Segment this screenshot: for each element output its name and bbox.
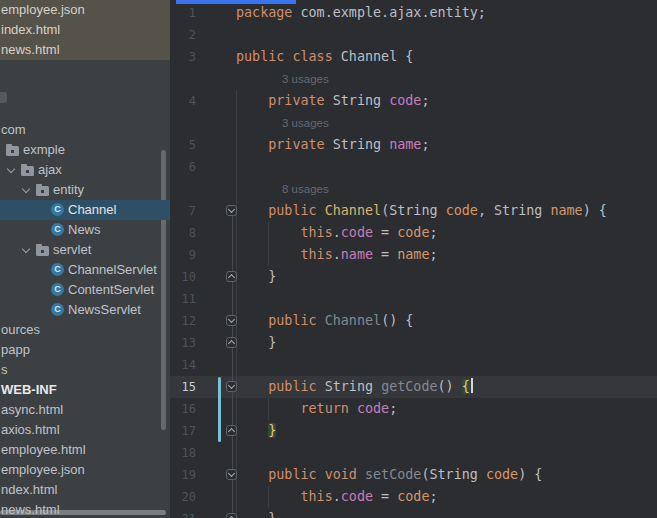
tree-item-ContentServlet[interactable]: CContentServlet bbox=[0, 280, 170, 300]
tree-item-label: index.html bbox=[1, 20, 60, 40]
tree-item-employee.json[interactable]: employee.json bbox=[0, 0, 170, 20]
line-number[interactable]: 3 bbox=[172, 46, 196, 68]
code-line[interactable]: 7 public Channel(String code, String nam… bbox=[170, 200, 657, 222]
tree-item-s[interactable]: s bbox=[0, 360, 170, 380]
code-line[interactable]: 9 this.name = name; bbox=[170, 244, 657, 266]
tree-item-exmple[interactable]: exmple bbox=[0, 140, 170, 160]
line-number[interactable]: 2 bbox=[172, 24, 196, 46]
tree-item-label: ndex.html bbox=[1, 480, 57, 500]
tree-item-label: News bbox=[68, 220, 101, 240]
tree-item-label: papp bbox=[1, 340, 30, 360]
folder-icon bbox=[36, 246, 49, 256]
line-number[interactable]: 18 bbox=[172, 442, 196, 464]
code-line[interactable]: 14 bbox=[170, 354, 657, 376]
code-line[interactable]: 13 } bbox=[170, 332, 657, 354]
tree-item-label: com bbox=[1, 120, 26, 140]
line-number[interactable]: 6 bbox=[172, 156, 196, 178]
code-line[interactable]: 12 public Channel() { bbox=[170, 310, 657, 332]
inlay-hint-row: 8 usages bbox=[170, 178, 657, 200]
code-text: return code; bbox=[236, 398, 397, 420]
code-line[interactable]: 21 } bbox=[170, 508, 657, 518]
code-text: } bbox=[236, 508, 276, 518]
code-line[interactable]: 10 } bbox=[170, 266, 657, 288]
code-line[interactable]: 11 bbox=[170, 288, 657, 310]
line-number[interactable]: 9 bbox=[172, 244, 196, 266]
tree-item-ChannelServlet[interactable]: CChannelServlet bbox=[0, 260, 170, 280]
tree-item-label: axios.html bbox=[1, 420, 60, 440]
line-number[interactable]: 12 bbox=[172, 310, 196, 332]
line-number[interactable]: 17 bbox=[172, 420, 196, 442]
class-icon: C bbox=[51, 263, 64, 276]
tree-item-News[interactable]: CNews bbox=[0, 220, 170, 240]
code-text: public class Channel { bbox=[236, 46, 413, 68]
line-number[interactable]: 11 bbox=[172, 288, 196, 310]
code-line[interactable]: 4 private String code; bbox=[170, 90, 657, 112]
tree-item-news.html[interactable]: news.html bbox=[0, 500, 170, 518]
line-number[interactable]: 15 bbox=[172, 376, 196, 398]
tree-item-servlet[interactable]: servlet bbox=[0, 240, 170, 260]
tree-item-news.html[interactable]: news.html bbox=[0, 40, 170, 60]
line-number[interactable]: 20 bbox=[172, 486, 196, 508]
code-text: } bbox=[236, 266, 276, 288]
chevron-down-icon[interactable] bbox=[7, 166, 16, 175]
line-number[interactable]: 8 bbox=[172, 222, 196, 244]
tree-item-ajax[interactable]: ajax bbox=[0, 160, 170, 180]
chevron-down-icon[interactable] bbox=[22, 246, 31, 255]
usages-inlay-hint[interactable]: 3 usages bbox=[282, 68, 329, 90]
tree-item-label: entity bbox=[53, 180, 84, 200]
tree-item-ources[interactable]: ources bbox=[0, 320, 170, 340]
code-line[interactable]: 18 bbox=[170, 442, 657, 464]
usages-inlay-hint[interactable]: 3 usages bbox=[282, 112, 329, 134]
code-line[interactable]: 3public class Channel { bbox=[170, 46, 657, 68]
tree-item-label: NewsServlet bbox=[68, 300, 141, 320]
code-text: public Channel() { bbox=[236, 310, 413, 332]
code-text: public String getCode() { bbox=[236, 376, 473, 398]
line-number[interactable]: 7 bbox=[172, 200, 196, 222]
code-text: package com.exmple.ajax.entity; bbox=[236, 2, 486, 24]
tree-item-NewsServlet[interactable]: CNewsServlet bbox=[0, 300, 170, 320]
tree-item-entity[interactable]: entity bbox=[0, 180, 170, 200]
code-text: this.code = code; bbox=[236, 222, 438, 244]
code-line[interactable]: 6 bbox=[170, 156, 657, 178]
line-number[interactable]: 19 bbox=[172, 464, 196, 486]
tree-item-index.html[interactable]: index.html bbox=[0, 20, 170, 40]
code-line[interactable]: 15 public String getCode() { bbox=[170, 376, 657, 398]
line-number[interactable]: 4 bbox=[172, 90, 196, 112]
line-number[interactable]: 13 bbox=[172, 332, 196, 354]
code-line[interactable]: 1package com.exmple.ajax.entity; bbox=[170, 2, 657, 24]
line-number[interactable]: 14 bbox=[172, 354, 196, 376]
code-line[interactable]: 8 this.code = code; bbox=[170, 222, 657, 244]
code-line[interactable]: 2 bbox=[170, 24, 657, 46]
class-icon: C bbox=[51, 223, 64, 236]
tree-item-label: news.html bbox=[1, 40, 60, 60]
folder-icon bbox=[0, 92, 7, 103]
chevron-down-icon[interactable] bbox=[22, 186, 31, 195]
tree-item-label: s bbox=[1, 360, 8, 380]
tree-item-async.html[interactable]: async.html bbox=[0, 400, 170, 420]
tree-item-WEB-INF[interactable]: WEB-INF bbox=[0, 380, 170, 400]
line-number[interactable]: 5 bbox=[172, 134, 196, 156]
tree-item-Channel[interactable]: CChannel bbox=[0, 200, 170, 220]
code-editor[interactable]: 1package com.exmple.ajax.entity;23public… bbox=[170, 0, 657, 518]
tree-item-employee.json[interactable]: employee.json bbox=[0, 460, 170, 480]
inlay-hint-row: 3 usages bbox=[170, 68, 657, 90]
tree-item-axios.html[interactable]: axios.html bbox=[0, 420, 170, 440]
line-number[interactable]: 16 bbox=[172, 398, 196, 420]
line-number[interactable]: 21 bbox=[172, 508, 196, 518]
code-line[interactable]: 20 this.code = code; bbox=[170, 486, 657, 508]
line-number[interactable]: 10 bbox=[172, 266, 196, 288]
code-line[interactable]: 17 } bbox=[170, 420, 657, 442]
tree-item-label: news.html bbox=[1, 500, 60, 518]
code-line[interactable]: 16 return code; bbox=[170, 398, 657, 420]
tree-item-papp[interactable]: papp bbox=[0, 340, 170, 360]
code-line[interactable]: 19 public void setCode(String code) { bbox=[170, 464, 657, 486]
tree-item-label: ChannelServlet bbox=[68, 260, 157, 280]
tree-item-label: employee.json bbox=[1, 0, 85, 20]
code-line[interactable]: 5 private String name; bbox=[170, 134, 657, 156]
tree-item-com[interactable]: com bbox=[0, 120, 170, 140]
tree-item-employee.html[interactable]: employee.html bbox=[0, 440, 170, 460]
tree-item-label: exmple bbox=[23, 140, 65, 160]
line-number[interactable]: 1 bbox=[172, 2, 196, 24]
tree-item-ndex.html[interactable]: ndex.html bbox=[0, 480, 170, 500]
usages-inlay-hint[interactable]: 8 usages bbox=[282, 178, 329, 200]
